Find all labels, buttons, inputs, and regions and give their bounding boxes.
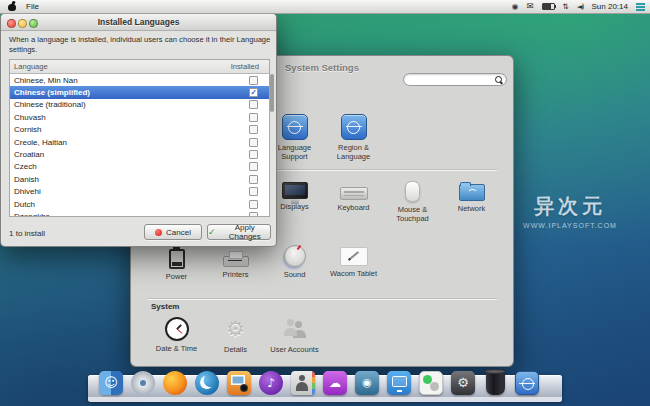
- installed-checkbox[interactable]: [249, 212, 258, 217]
- settings-tile-user-accounts[interactable]: User Accounts: [265, 316, 324, 354]
- language-list: Chinese, Min NanChinese (simplified)Chin…: [10, 74, 269, 217]
- installed-checkbox[interactable]: [249, 125, 258, 134]
- dock-language-support-icon[interactable]: [515, 371, 539, 395]
- settings-tile-wacom-tablet[interactable]: Wacom Tablet: [324, 243, 383, 278]
- language-label: Danish: [10, 175, 249, 184]
- dock-finder-icon[interactable]: ☺: [99, 371, 123, 395]
- cancel-button[interactable]: Cancel: [144, 224, 202, 240]
- dialog-titlebar[interactable]: Installed Languages: [1, 14, 276, 31]
- dock-owncloud-icon[interactable]: ☁: [323, 371, 347, 395]
- tile-label: Printers: [206, 270, 265, 279]
- owncloud-glyph: ☁: [323, 371, 347, 395]
- dock-system-utilities-icon[interactable]: ⚙: [451, 371, 475, 395]
- details-icon: [223, 316, 249, 342]
- language-row[interactable]: Danish: [10, 173, 269, 185]
- dock-displays-icon[interactable]: [387, 371, 411, 395]
- language-row[interactable]: Creole, Haitian: [10, 136, 269, 148]
- language-row[interactable]: Chinese (traditional): [10, 99, 269, 111]
- language-label: Chuvash: [10, 113, 249, 122]
- dock-software-installer-icon[interactable]: [131, 371, 155, 395]
- apple-menu-icon[interactable]: [8, 2, 16, 11]
- language-label: Dhivehi: [10, 187, 249, 196]
- scrollbar-thumb[interactable]: [270, 74, 274, 112]
- settings-tile-date-time[interactable]: Date & Time: [147, 316, 206, 353]
- tile-label: Mouse & Touchpad: [383, 205, 442, 223]
- settings-tile-region-language[interactable]: Region & Language: [324, 113, 383, 161]
- dock: ☺♪☁◉⚙: [99, 371, 539, 395]
- installed-checkbox[interactable]: [249, 88, 258, 97]
- installed-checkbox[interactable]: [249, 150, 258, 159]
- menu-file[interactable]: File: [26, 2, 39, 11]
- language-row[interactable]: Dhivehi: [10, 186, 269, 198]
- user-accounts-icon: [282, 316, 308, 342]
- language-row[interactable]: Chinese (simplified): [10, 86, 269, 98]
- settings-tile-mouse-touchpad[interactable]: Mouse & Touchpad: [383, 178, 442, 223]
- dock-contacts-icon[interactable]: [291, 371, 315, 395]
- tile-label: Sound: [265, 270, 324, 279]
- language-label: Chinese (traditional): [10, 100, 249, 109]
- power-icon: [169, 249, 185, 269]
- settings-tile-keyboard[interactable]: Keyboard: [324, 178, 383, 212]
- installed-checkbox[interactable]: [249, 200, 258, 209]
- installed-checkbox[interactable]: [249, 187, 258, 196]
- watermark: 异次元 WWW.IPLAYSOFT.COM: [512, 193, 628, 229]
- settings-tile-network[interactable]: Network: [442, 178, 501, 213]
- menu-bar-clock[interactable]: Sun 20:14: [592, 2, 628, 11]
- column-language: Language: [10, 62, 231, 71]
- language-row[interactable]: Dutch: [10, 198, 269, 210]
- installed-checkbox[interactable]: [249, 113, 258, 122]
- installed-checkbox[interactable]: [249, 76, 258, 85]
- dock-packages-icon[interactable]: ◉: [355, 371, 379, 395]
- installed-checkbox[interactable]: [249, 162, 258, 171]
- language-table: Language Installed Chinese, Min NanChine…: [9, 59, 270, 217]
- apply-check-icon: [208, 227, 216, 237]
- tile-label: User Accounts: [265, 345, 324, 354]
- dock-firefox-icon[interactable]: [163, 371, 187, 395]
- finder-glyph: ☺: [99, 371, 123, 395]
- status-icons: [512, 0, 584, 13]
- language-row[interactable]: Chuvash: [10, 111, 269, 123]
- printers-icon: [223, 256, 249, 267]
- mail-icon[interactable]: [526, 0, 533, 13]
- apply-label: Apply Changes: [220, 223, 270, 241]
- language-row[interactable]: Dzongkha: [10, 210, 269, 217]
- dock-photos-icon[interactable]: [227, 371, 251, 395]
- battery-icon[interactable]: [542, 3, 555, 10]
- language-label: Czech: [10, 162, 249, 171]
- date-time-icon: [165, 317, 189, 341]
- settings-tile-details[interactable]: Details: [206, 316, 265, 354]
- installed-checkbox[interactable]: [249, 100, 258, 109]
- tile-label: Network: [442, 204, 501, 213]
- menu-bar: File Sun 20:14: [0, 0, 650, 14]
- network-arrows-icon[interactable]: [563, 0, 569, 13]
- tile-label: Keyboard: [324, 203, 383, 212]
- language-support-icon: [282, 114, 308, 140]
- watermark-title: 异次元: [512, 193, 628, 220]
- session-menu-icon[interactable]: [636, 3, 645, 11]
- apply-changes-button[interactable]: Apply Changes: [207, 224, 271, 240]
- language-label: Chinese (simplified): [10, 88, 249, 97]
- installed-checkbox[interactable]: [249, 138, 258, 147]
- language-label: Chinese, Min Nan: [10, 76, 249, 85]
- installed-checkbox[interactable]: [249, 175, 258, 184]
- language-row[interactable]: Croatian: [10, 148, 269, 160]
- dock-toggles-icon[interactable]: [419, 371, 443, 395]
- watermark-url: WWW.IPLAYSOFT.COM: [512, 222, 628, 229]
- language-label: Cornish: [10, 125, 249, 134]
- tile-label: Power: [147, 272, 206, 281]
- status-circle-icon[interactable]: [512, 0, 519, 13]
- settings-tile-sound[interactable]: Sound: [265, 243, 324, 279]
- volume-icon[interactable]: [577, 0, 584, 13]
- settings-tile-power[interactable]: Power: [147, 243, 206, 281]
- dock-trash-icon[interactable]: [486, 371, 505, 395]
- language-row[interactable]: Cornish: [10, 124, 269, 136]
- language-label: Dutch: [10, 200, 249, 209]
- mouse-touchpad-icon: [405, 181, 420, 202]
- tile-label: Region & Language: [324, 143, 383, 161]
- language-row[interactable]: Chinese, Min Nan: [10, 74, 269, 86]
- dock-music-icon[interactable]: ♪: [259, 371, 283, 395]
- language-row[interactable]: Czech: [10, 161, 269, 173]
- system-utilities-glyph: ⚙: [451, 371, 475, 395]
- dock-thunderbird-icon[interactable]: [195, 371, 219, 395]
- settings-tile-printers[interactable]: Printers: [206, 243, 265, 279]
